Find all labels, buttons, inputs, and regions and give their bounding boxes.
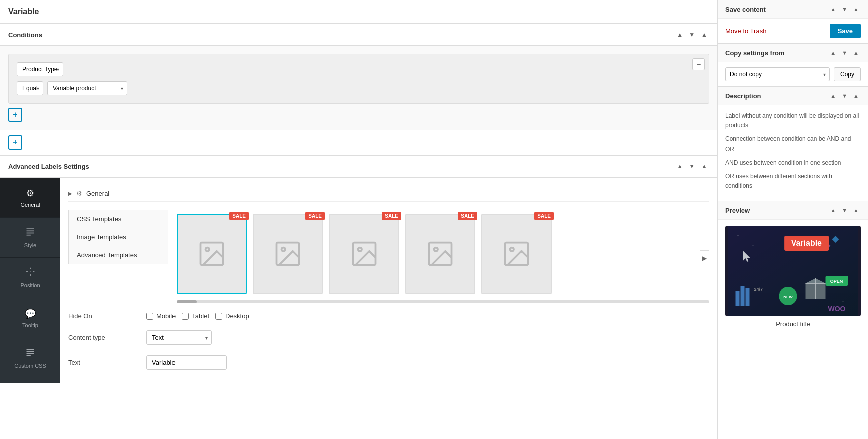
templates-carousel: SALE	[177, 210, 709, 307]
value-select[interactable]: Variable product	[47, 81, 127, 95]
template-card-5[interactable]: SALE	[481, 214, 552, 294]
add-condition-btn[interactable]: +	[8, 108, 22, 122]
save-content-section: Save content ▲ ▼ ▲ Move to Trash Save	[718, 0, 868, 44]
advanced-down-btn[interactable]: ▼	[687, 162, 697, 171]
svg-rect-9	[27, 351, 34, 352]
preview-product-title: Product title	[725, 320, 861, 328]
style-icon	[25, 227, 35, 239]
custom-css-icon	[25, 347, 35, 360]
template-card-image-1	[178, 215, 246, 293]
content-type-label: Content type	[68, 334, 138, 341]
svg-point-19	[434, 248, 438, 252]
template-card-image-5	[482, 215, 551, 293]
template-type-image[interactable]: Image Templates	[68, 228, 168, 246]
advanced-up-btn[interactable]: ▲	[675, 162, 685, 171]
operator-select[interactable]: Equal	[17, 81, 43, 95]
product-type-select[interactable]: Product Type	[17, 62, 63, 76]
sidebar-tab-general[interactable]: ⚙ General	[0, 178, 60, 218]
conditions-collapse-btn[interactable]: ▲	[699, 30, 709, 39]
conditions-controls: ▲ ▼ ▲	[675, 30, 709, 39]
template-type-css[interactable]: CSS Templates	[68, 210, 168, 228]
sidebar-tab-tooltip[interactable]: 💬 Tooltip	[0, 298, 60, 338]
save-button[interactable]: Save	[830, 24, 861, 38]
save-content-title: Save content	[725, 6, 766, 13]
copy-button[interactable]: Copy	[834, 67, 861, 81]
desktop-checkbox-group: Desktop	[215, 312, 249, 320]
svg-point-24	[753, 245, 754, 246]
content-type-control: Text	[146, 330, 212, 345]
copy-settings-up-btn[interactable]: ▲	[828, 49, 838, 57]
template-card-1[interactable]: SALE	[177, 214, 247, 294]
conditions-up-btn[interactable]: ▲	[675, 30, 685, 39]
template-card-4[interactable]: SALE	[405, 214, 475, 294]
sale-badge-3: SALE	[382, 212, 401, 220]
sidebar-tab-position[interactable]: Position	[0, 258, 60, 298]
preview-down-btn[interactable]: ▼	[840, 206, 849, 214]
variable-title-input[interactable]	[8, 7, 709, 16]
preview-up-btn[interactable]: ▲	[828, 206, 838, 214]
sidebar-tab-general-label: General	[20, 202, 40, 208]
sidebar-tab-custom-css[interactable]: Custom CSS	[0, 338, 60, 378]
advanced-controls: ▲ ▼ ▲	[675, 162, 709, 171]
copy-select-wrapper: Do not copy	[725, 67, 830, 81]
preview-body: 24/7 NEW OPEN	[718, 220, 868, 334]
move-to-trash-link[interactable]: Move to Trash	[725, 27, 766, 35]
copy-settings-down-btn[interactable]: ▼	[840, 49, 849, 57]
sidebar-tab-position-label: Position	[20, 282, 40, 288]
text-input[interactable]	[146, 355, 227, 370]
position-icon	[25, 267, 35, 279]
save-content-up-btn[interactable]: ▲	[828, 5, 838, 13]
template-card-2[interactable]: SALE	[253, 214, 323, 294]
svg-text:24/7: 24/7	[754, 287, 763, 292]
save-content-controls: ▲ ▼ ▲	[828, 5, 861, 13]
preview-collapse-btn[interactable]: ▲	[851, 206, 861, 214]
text-row: Text	[68, 350, 709, 375]
copy-settings-collapse-btn[interactable]: ▲	[851, 49, 861, 57]
description-line-4: OR uses between different sections with …	[725, 172, 861, 191]
description-down-btn[interactable]: ▼	[840, 92, 849, 100]
sidebar-tab-custom-css-label: Custom CSS	[14, 363, 46, 369]
tablet-checkbox[interactable]	[182, 313, 189, 320]
advanced-collapse-btn[interactable]: ▲	[699, 162, 709, 171]
svg-point-17	[358, 248, 362, 252]
product-type-wrapper: Product Type	[17, 62, 63, 76]
add-section-btn[interactable]: +	[8, 135, 22, 150]
content-type-select[interactable]: Text	[146, 330, 212, 345]
conditions-down-btn[interactable]: ▼	[687, 30, 697, 39]
svg-point-26	[843, 301, 844, 302]
content-type-select-wrapper: Text	[146, 330, 212, 345]
preview-title: Preview	[725, 207, 750, 214]
hide-on-row: Hide On Mobile Tablet Desktop	[68, 307, 709, 325]
mobile-checkbox-group: Mobile	[146, 312, 176, 320]
description-section: Description ▲ ▼ ▲ Label without any cond…	[718, 87, 868, 201]
description-collapse-btn[interactable]: ▲	[851, 92, 861, 100]
save-content-down-btn[interactable]: ▼	[840, 5, 849, 13]
operator-wrapper: Equal	[17, 81, 43, 95]
copy-settings-controls: ▲ ▼ ▲	[828, 49, 861, 57]
general-toggle[interactable]: ▶ ⚙ General	[68, 186, 709, 202]
condition-row-controls: Product Type	[17, 62, 701, 76]
desktop-checkbox[interactable]	[215, 313, 222, 320]
template-type-advanced[interactable]: Advanced Templates	[68, 246, 168, 264]
carousel-next-btn[interactable]: ▶	[700, 250, 709, 266]
conditions-area: Product Type Equal Variable product	[0, 46, 717, 130]
mobile-checkbox[interactable]	[146, 313, 153, 320]
template-card-3[interactable]: SALE	[329, 214, 399, 294]
description-up-btn[interactable]: ▲	[828, 92, 838, 100]
preview-header: Preview ▲ ▼ ▲	[718, 201, 868, 220]
templates-cards: SALE	[177, 210, 709, 298]
svg-point-15	[282, 248, 286, 252]
svg-rect-3	[27, 235, 31, 236]
sale-badge-5: SALE	[534, 212, 554, 220]
description-line-2: Connection between condition can be AND …	[725, 134, 861, 154]
advanced-section-header: Advanced Labels Settings ▲ ▼ ▲	[0, 155, 717, 177]
save-content-collapse-btn[interactable]: ▲	[851, 5, 861, 13]
svg-text:WOO: WOO	[828, 305, 846, 313]
content-area: ▶ ⚙ General CSS Templates Image Template…	[60, 178, 717, 383]
copy-select[interactable]: Do not copy	[725, 67, 830, 81]
scroll-thumb	[177, 300, 197, 303]
right-panel: Save content ▲ ▼ ▲ Move to Trash Save Co…	[718, 0, 868, 439]
remove-condition-btn[interactable]: −	[692, 58, 705, 70]
sidebar-tab-style[interactable]: Style	[0, 218, 60, 258]
condition-row: Product Type Equal Variable product	[8, 54, 709, 104]
